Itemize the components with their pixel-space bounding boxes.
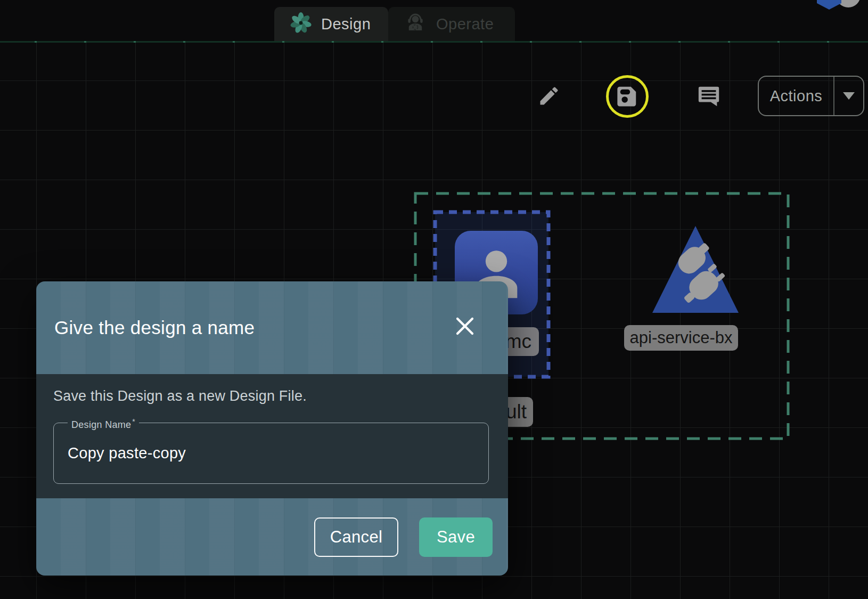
save-design-dialog: Give the design a name Save this Design …	[36, 281, 508, 576]
design-name-field-label: Design Name *	[68, 417, 139, 431]
actions-dropdown-toggle[interactable]	[833, 77, 863, 115]
dialog-header: Give the design a name	[36, 281, 508, 374]
actions-button[interactable]: Actions	[759, 77, 833, 115]
close-icon	[454, 315, 476, 339]
pencil-icon	[537, 84, 561, 110]
dialog-description: Save this Design as a new Design File.	[53, 388, 307, 404]
top-navigation-bar: Design Operate	[0, 0, 868, 41]
api-service-node[interactable]	[652, 223, 739, 314]
meshery-design-page: mc ult api-servic	[0, 0, 868, 599]
tab-operate-label: Operate	[436, 15, 494, 33]
design-name-field: Design Name *	[53, 423, 489, 484]
api-node-label: api-service-bx	[624, 325, 738, 351]
design-name-input[interactable]	[54, 423, 488, 483]
canvas-top-border	[0, 41, 868, 43]
dialog-close-button[interactable]	[453, 315, 477, 339]
floppy-disk-icon	[615, 84, 639, 110]
meshery-design-logo-icon	[290, 12, 312, 36]
api-node-label-text: api-service-bx	[630, 328, 733, 347]
dialog-title: Give the design a name	[54, 317, 255, 338]
chevron-down-icon	[843, 92, 855, 100]
lower-node-label-text: ult	[506, 401, 527, 423]
user-node-label-text: mc	[505, 330, 531, 353]
comment-icon	[697, 84, 721, 110]
actions-split-button[interactable]: Actions	[758, 76, 864, 116]
dialog-footer: Cancel Save	[36, 498, 508, 576]
operator-headset-icon	[404, 12, 427, 36]
actions-label: Actions	[770, 87, 823, 105]
edit-button[interactable]	[535, 83, 563, 111]
save-button[interactable]: Save	[419, 517, 493, 557]
save-design-button[interactable]	[614, 84, 640, 110]
tab-design-label: Design	[321, 15, 371, 33]
required-marker: *	[132, 417, 135, 426]
tab-operate[interactable]: Operate	[388, 7, 515, 41]
cancel-button[interactable]: Cancel	[314, 517, 398, 557]
dialog-body: Save this Design as a new Design File. D…	[36, 374, 508, 498]
tab-design[interactable]: Design	[274, 7, 388, 41]
kubernetes-wheel-icon	[822, 0, 837, 2]
comments-button[interactable]	[695, 83, 723, 111]
